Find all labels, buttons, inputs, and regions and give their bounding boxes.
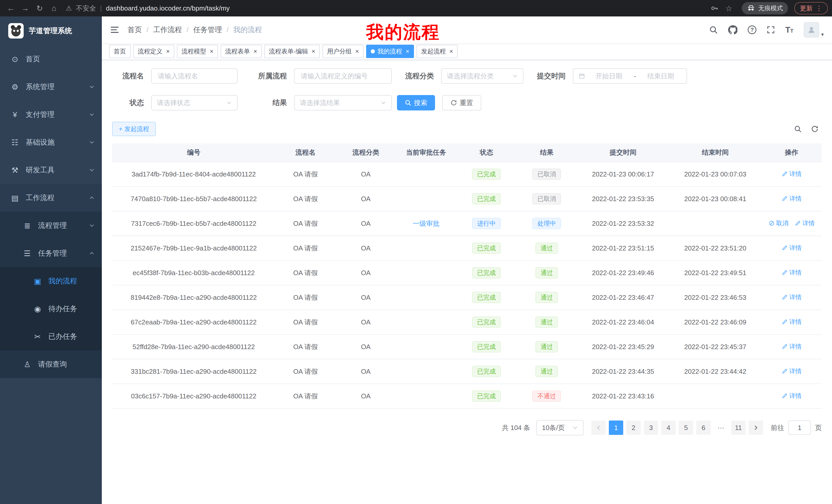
search-toggle-icon[interactable]: [794, 125, 802, 133]
app-logo-row[interactable]: 芋道管理系统: [0, 17, 102, 45]
detail-link[interactable]: 详情: [782, 170, 802, 178]
page-button-3[interactable]: 3: [644, 421, 658, 435]
tab-item[interactable]: 流程表单-编辑×: [264, 45, 320, 58]
process-name-input[interactable]: [151, 68, 238, 84]
user-menu[interactable]: ▾: [804, 22, 824, 37]
table-toolbar: + 发起流程: [112, 122, 822, 136]
tab-item[interactable]: 我的流程×: [366, 45, 414, 58]
refresh-icon[interactable]: [811, 125, 818, 133]
page-size-select[interactable]: 10条/页: [536, 420, 583, 436]
detail-link[interactable]: 详情: [782, 342, 802, 351]
current-task-link[interactable]: 一级审批: [413, 220, 439, 227]
help-icon[interactable]: ?: [748, 25, 756, 34]
search-icon[interactable]: [709, 25, 718, 34]
breadcrumb-item[interactable]: 任务管理: [193, 25, 222, 35]
close-icon[interactable]: ×: [355, 48, 359, 54]
tab-item[interactable]: 流程表单×: [220, 45, 262, 58]
page-button-1[interactable]: 1: [609, 421, 623, 435]
tab-item[interactable]: 流程定义×: [133, 45, 174, 58]
sidebar-item-infrastructure[interactable]: ☷基础设施: [0, 129, 102, 156]
pager-ellipsis[interactable]: ···: [714, 424, 728, 432]
tab-item[interactable]: 首页: [109, 45, 131, 58]
tab-item[interactable]: 流程模型×: [177, 45, 218, 58]
column-header: 提交时间: [577, 143, 669, 162]
forward-icon[interactable]: →: [19, 2, 32, 15]
detail-link[interactable]: 详情: [782, 269, 802, 277]
breadcrumb-item[interactable]: 工作流程: [153, 25, 182, 35]
fullscreen-icon[interactable]: [767, 26, 775, 34]
detail-link[interactable]: 详情: [782, 194, 802, 203]
chevron-down-icon: [89, 223, 95, 228]
result-select[interactable]: 请选择流结果: [294, 95, 392, 110]
browser-home-icon[interactable]: ⌂: [47, 2, 61, 15]
tab-item[interactable]: 发起流程×: [417, 45, 458, 58]
cell-current-task: [396, 162, 457, 187]
tab-label: 发起流程: [421, 47, 446, 55]
sidebar-item-task-mgmt[interactable]: ☰任务管理: [0, 240, 102, 267]
reset-button[interactable]: 重置: [442, 95, 481, 110]
cell-category: OA: [336, 260, 396, 285]
cell-result: 通过: [517, 260, 577, 285]
status-badge: 已完成: [472, 193, 501, 204]
cell-process-name: OA 请假: [275, 236, 336, 260]
sidebar-item-devtools[interactable]: ⚒︎研发工具: [0, 156, 102, 184]
prev-page-button[interactable]: [591, 421, 606, 435]
submit-time-range[interactable]: 开始日期 - 结束日期: [573, 68, 687, 84]
process-definition-input[interactable]: [294, 68, 392, 84]
search-button[interactable]: 搜索: [397, 95, 435, 110]
sidebar-item-my-process[interactable]: ▣我的流程: [0, 267, 102, 295]
close-icon[interactable]: ×: [166, 48, 170, 54]
sidebar-item-done-tasks[interactable]: ✂︎已办任务: [0, 323, 102, 351]
detail-link[interactable]: 详情: [795, 219, 815, 227]
sidebar: 芋道管理系统 ⊙首页⚙︎系统管理¥支付管理☷基础设施⚒︎研发工具▤工作流程≣流程…: [0, 17, 102, 504]
sidebar-item-home[interactable]: ⊙首页: [0, 45, 102, 73]
sidebar-item-system[interactable]: ⚙︎系统管理: [0, 73, 102, 101]
close-icon[interactable]: ×: [312, 48, 315, 54]
page-button-6[interactable]: 6: [696, 421, 711, 435]
address-bar[interactable]: ⚠︎ 不安全 | dashboard.yudao.iocoder.cn/bpm/…: [66, 4, 703, 13]
table-row: 03c6c157-7b9a-11ec-a290-acde48001122OA 请…: [112, 384, 822, 409]
close-icon[interactable]: ×: [449, 48, 453, 54]
cell-process-id: 7317cec6-7b9b-11ec-b5b7-acde48001122: [112, 211, 275, 236]
goto-page-input[interactable]: [788, 421, 811, 435]
github-icon[interactable]: [728, 25, 737, 34]
bookmark-star-icon[interactable]: ☆: [722, 2, 735, 15]
cancel-link[interactable]: 取消: [769, 219, 788, 227]
page-button-11[interactable]: 11: [731, 421, 746, 435]
page-url[interactable]: dashboard.yudao.iocoder.cn/bpm/task/my: [106, 4, 230, 12]
browser-menu-icon[interactable]: ⋮: [816, 5, 822, 12]
filter-submit-time: 提交时间 开始日期 - 结束日期: [537, 68, 687, 84]
sidebar-item-workflow[interactable]: ▤工作流程: [0, 184, 102, 212]
back-icon[interactable]: ←: [4, 2, 18, 15]
close-icon[interactable]: ×: [210, 48, 213, 54]
sidebar-item-leave-query[interactable]: ♙请假查询: [0, 351, 102, 378]
close-icon[interactable]: ×: [254, 48, 257, 54]
sidebar-item-todo-tasks[interactable]: ◉待办任务: [0, 295, 102, 323]
page-button-5[interactable]: 5: [679, 421, 693, 435]
breadcrumb-item[interactable]: 首页: [128, 25, 142, 35]
detail-link[interactable]: 详情: [782, 293, 802, 301]
reload-icon[interactable]: ↻: [33, 2, 46, 15]
close-icon[interactable]: ×: [406, 48, 409, 54]
next-page-button[interactable]: [749, 421, 763, 435]
avatar[interactable]: [804, 22, 819, 37]
sidebar-item-process-mgmt[interactable]: ≣流程管理: [0, 212, 102, 240]
result-badge: 通过: [535, 366, 558, 377]
tab-item[interactable]: 用户分组×: [322, 45, 364, 58]
start-process-button[interactable]: + 发起流程: [112, 122, 156, 136]
font-size-icon[interactable]: TT: [785, 25, 794, 35]
detail-link[interactable]: 详情: [782, 392, 802, 400]
detail-link[interactable]: 详情: [782, 244, 802, 252]
page-button-4[interactable]: 4: [661, 421, 676, 435]
status-select[interactable]: 请选择状态: [151, 95, 238, 110]
sidebar-item-payment[interactable]: ¥支付管理: [0, 101, 102, 129]
security-label[interactable]: 不安全: [76, 4, 96, 13]
detail-link[interactable]: 详情: [782, 318, 802, 326]
detail-link[interactable]: 详情: [782, 367, 802, 375]
update-button[interactable]: 更新 ⋮: [794, 2, 828, 15]
action-label: 取消: [776, 219, 788, 227]
password-key-icon[interactable]: [708, 2, 721, 15]
category-select[interactable]: 请选择流程分类: [441, 68, 523, 84]
hamburger-icon[interactable]: [110, 25, 119, 34]
page-button-2[interactable]: 2: [626, 421, 641, 435]
